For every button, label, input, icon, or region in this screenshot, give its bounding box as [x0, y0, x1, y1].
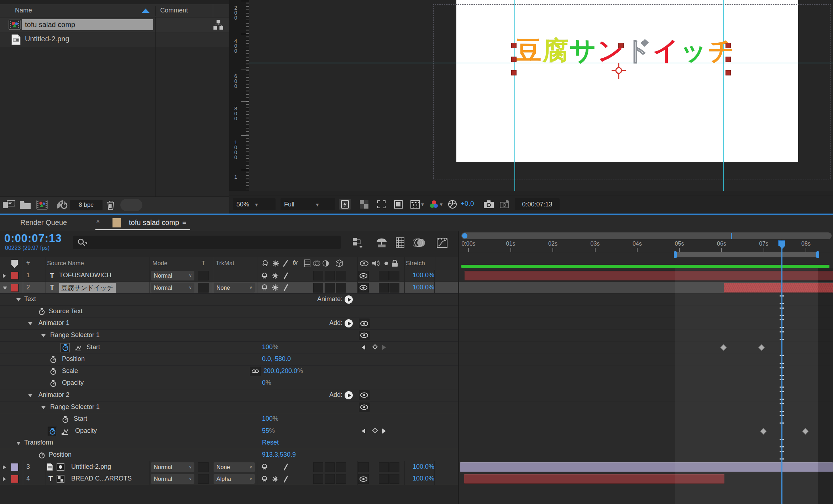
time-ruler[interactable]: 0:00s01s02s03s04s05s06s07s08s [459, 240, 833, 252]
rocket-power-icon[interactable] [56, 199, 68, 210]
stretch-value[interactable]: 100.0% [399, 463, 434, 471]
selection-handle[interactable] [511, 57, 517, 62]
property-label[interactable]: Range Selector 1 [50, 331, 100, 339]
twirl-arrow-icon[interactable] [28, 322, 32, 325]
twirl-arrow-icon[interactable] [3, 465, 6, 469]
show-snapshot-icon[interactable] [498, 199, 510, 210]
property-track-row[interactable] [459, 317, 833, 330]
collapse-transformations-icon[interactable] [271, 283, 280, 292]
property-track-row[interactable] [459, 342, 833, 354]
video-eye-toggle[interactable] [358, 283, 369, 293]
video-eye-toggle[interactable] [358, 271, 369, 280]
property-value[interactable]: 200.0,200.0% [263, 367, 303, 375]
tab-active-comp[interactable]: tofu salad comp [129, 219, 179, 227]
selection-handle[interactable] [511, 70, 517, 75]
property-row[interactable]: Range Selector 1 [0, 401, 459, 414]
twirl-arrow-icon[interactable] [16, 298, 21, 301]
guide-vertical-right[interactable] [723, 0, 724, 191]
twirl-arrow-icon[interactable] [41, 406, 46, 409]
property-label[interactable]: Scale [62, 367, 78, 375]
collapse-transformations-icon[interactable] [271, 259, 281, 268]
property-row[interactable]: TransformReset [0, 437, 459, 449]
layer-duration-bar[interactable] [464, 474, 724, 484]
layer-bar-row[interactable] [459, 461, 833, 473]
property-row[interactable]: Start100% [0, 413, 459, 425]
layer-duration-bar[interactable] [460, 462, 833, 472]
tab-render-queue[interactable]: Render Queue [20, 219, 67, 227]
shy-icon[interactable] [260, 271, 269, 280]
quality-icon[interactable] [281, 259, 290, 268]
snapshot-camera-icon[interactable] [483, 199, 495, 210]
effects-icon[interactable]: fx [293, 259, 298, 267]
preserve-transparency-cell[interactable] [198, 474, 209, 484]
collapse-transformations-icon[interactable] [271, 474, 280, 483]
switch-cell[interactable] [389, 474, 399, 484]
visibility-eye-toggle[interactable] [359, 319, 370, 328]
visibility-eye-toggle[interactable] [359, 403, 370, 412]
selection-handle[interactable] [511, 43, 517, 48]
stopwatch-icon[interactable] [48, 427, 57, 436]
prev-keyframe-icon[interactable] [362, 429, 365, 434]
resolution-dropdown[interactable]: Full▼ [281, 198, 335, 210]
navigator-start-handle[interactable] [462, 233, 467, 238]
switch-cell[interactable] [313, 283, 323, 293]
preserve-transparency-cell[interactable] [198, 283, 209, 293]
layer-bar-row[interactable] [459, 473, 833, 485]
switch-cell[interactable] [313, 271, 323, 280]
property-track-row[interactable] [459, 377, 833, 389]
layer-duration-bar[interactable] [724, 283, 833, 293]
time-navigator[interactable] [461, 232, 832, 239]
property-label[interactable]: Start [87, 343, 100, 351]
quality-icon[interactable] [281, 474, 290, 483]
property-value[interactable]: 0% [262, 379, 271, 387]
twirl-arrow-icon[interactable] [3, 287, 7, 290]
layer-name[interactable]: 豆腐サンドイッチ [59, 283, 116, 293]
layer-name[interactable]: TOFUSANDWICH [59, 272, 111, 279]
property-label[interactable]: Source Text [49, 308, 83, 315]
motion-blur-column-icon[interactable] [312, 259, 321, 268]
keyframe-diamond[interactable] [758, 344, 765, 351]
viewer-timecode[interactable]: 0:00:07:13 [515, 198, 560, 210]
column-source-name[interactable]: Source Name [47, 260, 84, 267]
property-track-row[interactable] [459, 449, 833, 461]
blend-mode-dropdown[interactable]: Normal∨ [151, 271, 194, 280]
next-keyframe-icon[interactable] [382, 345, 386, 350]
exposure-value[interactable]: +0.0 [461, 200, 474, 208]
layer-name[interactable]: BREAD C...ARROTS [71, 475, 132, 482]
keyframe-diamond[interactable] [721, 344, 727, 351]
trkmat-dropdown[interactable]: Alpha∨ [214, 474, 255, 484]
stopwatch-icon[interactable] [48, 367, 58, 376]
trkmat-dropdown[interactable]: None∨ [214, 462, 255, 472]
property-track-row[interactable] [459, 425, 833, 437]
property-track-row[interactable] [459, 330, 833, 342]
layer-name[interactable]: Untitled-2.png [71, 463, 111, 471]
new-folder-icon[interactable] [20, 200, 31, 209]
quality-icon[interactable] [281, 463, 290, 472]
trkmat-dropdown[interactable]: None∨ [214, 283, 255, 293]
play-menu-icon[interactable] [345, 295, 353, 304]
interpret-footage-icon[interactable] [3, 200, 15, 210]
layer-duration-bar[interactable] [465, 271, 833, 280]
work-area-end-handle[interactable] [816, 251, 819, 258]
property-track-row[interactable] [459, 401, 833, 414]
layer-color-swatch[interactable] [11, 463, 19, 471]
add-keyframe-icon[interactable] [372, 427, 378, 433]
property-value[interactable]: 55% [262, 427, 275, 435]
graph-icon[interactable] [73, 343, 83, 352]
mask-visibility-icon[interactable] [392, 199, 404, 210]
video-eye-toggle[interactable] [358, 474, 369, 484]
blend-mode-dropdown[interactable]: Normal∨ [151, 462, 194, 472]
panel-scrollbar[interactable] [120, 199, 142, 211]
shy-icon[interactable] [260, 474, 269, 483]
property-label[interactable]: Animator 1 [38, 319, 69, 327]
project-item-untitled-2-png[interactable]: Untitled-2.png [0, 32, 229, 47]
stretch-value[interactable]: 100.0% [399, 284, 434, 291]
layer-row[interactable]: 2T豆腐サンドイッチNormal∨None∨100.0% [0, 282, 459, 294]
motion-blur-icon[interactable] [412, 236, 426, 249]
property-track-row[interactable] [459, 437, 833, 449]
switch-cell[interactable] [389, 462, 399, 472]
switch-cell[interactable] [325, 283, 335, 293]
twirl-arrow-icon[interactable] [3, 274, 6, 278]
twirl-arrow-icon[interactable] [28, 394, 32, 397]
property-value[interactable]: 100% [262, 343, 278, 351]
